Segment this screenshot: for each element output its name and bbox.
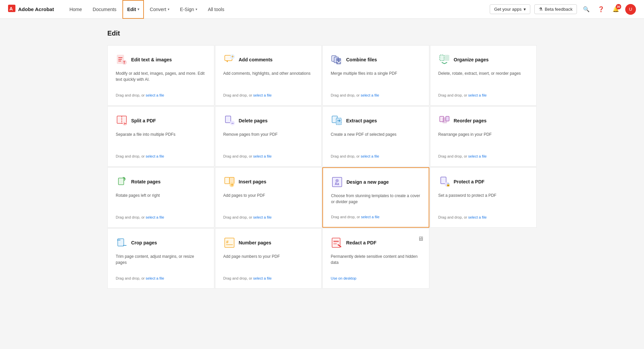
tool-header: # Number pages [223, 237, 314, 249]
tool-header: Redact a PDF [331, 237, 421, 249]
tool-description: Create a new PDF of selected pages [331, 131, 421, 152]
tool-card-rotate-pages[interactable]: Rotate pages Rotate pages left or right … [107, 167, 214, 228]
nav-item-esign[interactable]: E-Sign▾ [175, 0, 202, 19]
flask-icon: ⚗ [539, 7, 543, 12]
tool-description: Add comments, highlights, and other anno… [223, 70, 314, 91]
tool-title: Redact a PDF [346, 240, 376, 245]
tool-icon-protect: 🔒 [438, 176, 450, 188]
tool-title: Add comments [239, 57, 273, 62]
select-file-link[interactable]: select a file [146, 276, 164, 280]
svg-rect-29 [118, 178, 124, 185]
tool-title: Edit text & images [131, 57, 172, 62]
tool-card-split-pdf[interactable]: ✂ Split a PDF Separate a file into multi… [107, 106, 214, 167]
brand-name: Adobe Acrobat [18, 6, 54, 12]
chevron-down-icon: ▾ [138, 7, 139, 11]
svg-text:#: # [226, 239, 229, 244]
drag-drop-text: Drag and drop, or select a file [116, 215, 206, 219]
tool-card-edit-text[interactable]: T Edit text & images Modify or add text,… [107, 45, 214, 106]
select-file-link[interactable]: select a file [253, 154, 272, 158]
tool-header: Crop pages [116, 237, 206, 249]
tool-description: Modify or add text, images, pages, and m… [116, 70, 206, 91]
nav-label: E-Sign [180, 7, 194, 12]
drag-drop-text: Drag and drop, or select a file [223, 154, 314, 158]
tool-icon-number: # [223, 237, 235, 249]
tool-card-protect-pdf[interactable]: 🔒 Protect a PDF Set a password to protec… [430, 167, 537, 228]
svg-text:✂: ✂ [124, 122, 127, 126]
tool-header: Organize pages [438, 54, 529, 66]
select-file-link[interactable]: select a file [146, 93, 164, 97]
beta-feedback-button[interactable]: ⚗ Beta feedback [534, 4, 577, 14]
tool-card-organize-pages[interactable]: Organize pages Delete, rotate, extract, … [430, 45, 537, 106]
svg-text:−: − [231, 121, 234, 126]
svg-rect-28 [446, 116, 449, 121]
tool-card-number-pages[interactable]: # Number pages Add page numbers to your … [215, 228, 322, 289]
page-title: Edit [107, 30, 537, 37]
tool-title: Combine files [346, 57, 377, 62]
select-file-link[interactable]: select a file [361, 154, 379, 158]
svg-text:+: + [231, 182, 233, 187]
tool-icon-redact [331, 237, 343, 249]
svg-text:🔒: 🔒 [446, 182, 450, 187]
tool-card-redact-pdf[interactable]: Redact a PDF Permanently delete sensitiv… [322, 228, 429, 289]
tool-description: Rearrange pages in your PDF [438, 131, 529, 152]
nav-item-documents[interactable]: Documents [88, 0, 121, 19]
user-avatar[interactable]: U [625, 4, 636, 15]
get-apps-button[interactable]: Get your apps ▾ [490, 4, 530, 14]
search-button[interactable]: 🔍 [581, 4, 592, 15]
select-file-link[interactable]: select a file [468, 93, 487, 97]
tool-title: Split a PDF [131, 118, 156, 123]
select-file-link[interactable]: select a file [146, 215, 164, 219]
tool-card-design-new-page[interactable]: Aa Design a new page Choose from stunnin… [322, 167, 429, 228]
drag-drop-text: Drag and drop, or select a file [438, 93, 529, 97]
select-file-link[interactable]: select a file [361, 93, 379, 97]
nav-item-edit[interactable]: Edit▾ [122, 0, 144, 19]
nav-label: Edit [127, 7, 136, 12]
tool-card-combine-files[interactable]: Combine files Merge multiple files into … [322, 45, 429, 106]
nav-label: Home [69, 7, 82, 12]
drag-drop-text: Drag and drop, or select a file [331, 154, 421, 158]
tool-card-add-comments[interactable]: + Add comments Add comments, highlights,… [215, 45, 322, 106]
tool-icon-rotate [116, 176, 128, 188]
use-on-desktop-link[interactable]: Use on desktop [331, 276, 356, 280]
tool-icon-reorder [438, 115, 450, 127]
svg-rect-48 [333, 243, 337, 244]
notifications-button[interactable]: 🔔 30 [610, 4, 621, 15]
nav-item-convert[interactable]: Convert▾ [145, 0, 174, 19]
tool-card-insert-pages[interactable]: + Insert pages Add pages to your PDF Dra… [215, 167, 322, 228]
tool-description: Remove pages from your PDF [223, 131, 314, 152]
chevron-down-icon: ▾ [168, 7, 169, 11]
tool-card-crop-pages[interactable]: Crop pages Trim page content, adjust mar… [107, 228, 214, 289]
help-button[interactable]: ❓ [596, 4, 606, 15]
svg-text:T: T [123, 60, 125, 64]
tool-header: Rotate pages [116, 176, 206, 188]
nav-item-alltools[interactable]: All tools [203, 0, 229, 19]
drag-drop-text: Drag and drop, or select a file [223, 215, 314, 219]
brand[interactable]: A Adobe Acrobat [8, 5, 54, 14]
select-file-link[interactable]: select a file [361, 215, 379, 219]
svg-text:A: A [9, 6, 13, 11]
tool-card-delete-pages[interactable]: − Delete pages Remove pages from your PD… [215, 106, 322, 167]
tool-title: Design a new page [346, 179, 389, 185]
select-file-link[interactable]: select a file [468, 215, 487, 219]
select-file-link[interactable]: select a file [253, 276, 272, 280]
tool-description: Add pages to your PDF [223, 192, 314, 213]
tool-icon-split: ✂ [116, 115, 128, 127]
tool-icon-design: Aa [331, 176, 343, 188]
nav-item-home[interactable]: Home [65, 0, 87, 19]
tool-card-extract-pages[interactable]: Extract pages Create a new PDF of select… [322, 106, 429, 167]
select-file-link[interactable]: select a file [253, 215, 272, 219]
select-file-link[interactable]: select a file [146, 154, 164, 158]
select-file-link[interactable]: select a file [468, 154, 487, 158]
tool-icon-edit-text: T [116, 54, 128, 66]
select-file-link[interactable]: select a file [253, 93, 272, 97]
svg-text:+: + [231, 54, 234, 59]
nav-label: Convert [150, 7, 166, 12]
tool-header: 🔒 Protect a PDF [438, 176, 529, 188]
tool-description: Set a password to protect a PDF [438, 192, 529, 213]
navbar-right: Get your apps ▾ ⚗ Beta feedback 🔍 ❓ 🔔 30… [490, 4, 636, 15]
drag-drop-text: Drag and drop, or select a file [116, 93, 206, 97]
tool-title: Number pages [239, 240, 271, 245]
notification-badge: 30 [616, 4, 621, 9]
tool-description: Separate a file into multiple PDFs [116, 131, 206, 152]
tool-card-reorder-pages[interactable]: Reorder pages Rearrange pages in your PD… [430, 106, 537, 167]
